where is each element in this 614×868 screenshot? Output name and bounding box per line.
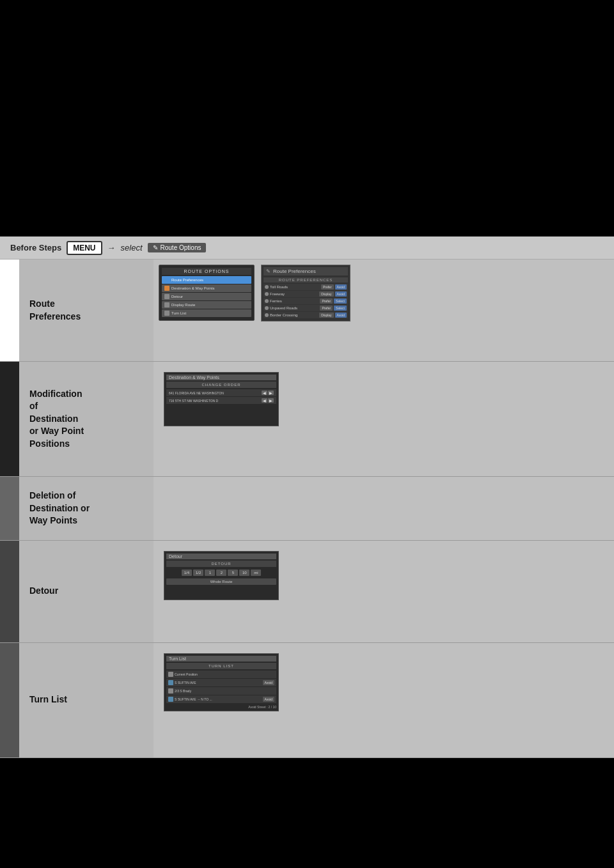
rp-icon-freeway <box>265 292 269 296</box>
rp-icon-ferries <box>265 299 269 303</box>
detour-whole-route-btn[interactable]: Whole Route <box>166 578 276 585</box>
rp-icon-unpaved <box>265 306 269 310</box>
co-header: CHANGE ORDER <box>166 382 276 388</box>
co-row-1-right-arrow[interactable]: ▶ <box>268 391 274 395</box>
tl-current-text: Current Position <box>175 672 260 676</box>
rp-freeway-display: Display <box>319 291 333 297</box>
co-row-1-text: 641 FLORIDA AVE NE WASHINGTON <box>169 391 224 395</box>
tl-row-current: Current Position <box>166 670 276 678</box>
deletion-section: Deletion ofDestination orWay Points <box>0 477 614 541</box>
co-row-1: 641 FLORIDA AVE NE WASHINGTON ◀ ▶ <box>166 389 276 396</box>
ro-label-3: Detour <box>171 295 183 298</box>
tl-footer-text: Avoid Street : 2 / 10 <box>248 705 276 709</box>
change-order-screen: Destination & Way Points CHANGE ORDER 64… <box>164 372 279 426</box>
ro-icon-1 <box>164 277 169 283</box>
tl-row-2-text: 2/3 S Brady <box>175 689 260 693</box>
detour-screen: Detour DETOUR 1/4 1/2 1 2 5 10 mi Whole … <box>164 551 279 600</box>
ro-icon-5 <box>164 311 169 316</box>
rp-unpaved-prefer: Prefer <box>320 306 333 311</box>
before-steps-label: Before Steps <box>10 243 61 252</box>
rp-freeway-avoid[interactable]: Avoid <box>335 291 347 297</box>
modification-section: ModificationofDestinationor Way PointPos… <box>0 362 614 477</box>
turn-list-label: Turn List <box>29 694 67 706</box>
detour-btn-1[interactable]: 1 <box>205 570 215 576</box>
modification-screenshot: Destination & Way Points CHANGE ORDER 64… <box>154 362 614 476</box>
rp-unpaved-label: Unpaved Roads <box>270 306 297 310</box>
rp-row-freeway: Freeway Display Avoid <box>264 291 348 297</box>
detour-btn-5[interactable]: 5 <box>228 570 238 576</box>
ro-item-dest-way: Destination & Way Points <box>162 284 251 292</box>
select-text: select <box>121 243 143 252</box>
rp-row-border: Border Crossing Display Avoid <box>264 312 348 318</box>
turn-list-screen: Turn List TURN LIST Current Position S S… <box>164 653 279 711</box>
left-deco-4 <box>0 541 19 642</box>
tl-row-1-text: S SUFTIN AVE <box>175 681 262 685</box>
tl-footer: Avoid Street : 2 / 10 <box>166 704 276 709</box>
co-row-2-right-arrow[interactable]: ▶ <box>268 398 274 403</box>
co-empty-space <box>166 405 276 424</box>
rp-row-ferries: Ferries Prefer Select <box>264 298 348 304</box>
rp-detail-title: Route Preferences <box>264 267 348 275</box>
route-preferences-label-area: RoutePreferences <box>19 260 154 361</box>
rp-ferries-select[interactable]: Select <box>334 298 347 304</box>
co-title: Destination & Way Points <box>166 375 276 380</box>
rp-row-toll: Toll Roads Prefer Avoid <box>264 284 348 290</box>
bottom-black-area <box>0 758 614 868</box>
rp-ferries-prefer: Prefer <box>320 298 333 304</box>
rp-toll-prefer: Prefer <box>321 284 334 290</box>
detour-padding <box>166 585 276 598</box>
detour-title-label: Detour <box>169 554 182 559</box>
tl-title-label: Turn List <box>169 656 186 661</box>
tl-row-2: 2/3 S Brady <box>166 687 276 695</box>
route-preferences-label: RoutePreferences <box>29 298 81 323</box>
rp-border-avoid[interactable]: Avoid <box>335 313 347 318</box>
detour-buttons-row: 1/4 1/2 1 2 5 10 mi <box>166 570 276 576</box>
turn-list-label-area: Turn List <box>19 643 154 757</box>
main-content: Before Steps MENU → select Route Options… <box>0 236 614 758</box>
rp-border-label: Border Crossing <box>270 313 297 317</box>
left-deco-5 <box>0 643 19 757</box>
before-steps-bar: Before Steps MENU → select Route Options <box>0 236 614 260</box>
deletion-label-area: Deletion ofDestination orWay Points <box>19 477 154 540</box>
detour-screenshot: Detour DETOUR 1/4 1/2 1 2 5 10 mi Whole … <box>154 541 614 642</box>
detour-btn-2[interactable]: 2 <box>216 570 226 576</box>
tl-row-1: S SUFTIN AVE Avoid <box>166 679 276 686</box>
top-black-area <box>0 0 614 236</box>
route-preferences-section: RoutePreferences ROUTE OPTIONS Route Pre… <box>0 260 614 362</box>
rp-toll-avoid[interactable]: Avoid <box>335 284 347 290</box>
route-options-screen: ROUTE OPTIONS Route Preferences Destinat… <box>159 265 255 321</box>
tl-icon-3 <box>168 697 173 702</box>
co-row-1-left-arrow[interactable]: ◀ <box>262 391 267 395</box>
rp-ferries-label: Ferries <box>270 299 282 303</box>
ro-icon-2 <box>164 286 169 291</box>
turn-list-screenshot: Turn List TURN LIST Current Position S S… <box>154 643 614 757</box>
deletion-label: Deletion ofDestination orWay Points <box>29 490 90 527</box>
co-row-2: 716 5TH ST NW WASHINGTON D ◀ ▶ <box>166 397 276 404</box>
deletion-screenshot <box>154 477 614 540</box>
route-pref-detail-screen: Route Preferences ROUTE PREFERENCES Toll… <box>261 265 350 322</box>
detour-btn-10[interactable]: 10 <box>239 570 249 576</box>
left-deco-gray-3 <box>0 477 19 540</box>
tl-row-1-avoid-btn[interactable]: Avoid <box>263 680 274 685</box>
detour-btn-quarter[interactable]: 1/4 <box>182 570 192 576</box>
detour-btn-mi: mi <box>251 570 261 576</box>
ro-icon-3 <box>164 294 169 299</box>
ro-item-display: Display Route <box>162 301 251 309</box>
ro-item-route-pref: Route Preferences <box>162 276 251 284</box>
ro-screen-header: ROUTE OPTIONS <box>162 268 251 275</box>
rp-unpaved-select[interactable]: Select <box>334 306 347 311</box>
co-row-2-left-arrow[interactable]: ◀ <box>262 398 267 403</box>
detour-section: Detour Detour DETOUR 1/4 1/2 1 2 5 10 mi… <box>0 541 614 643</box>
turn-list-section: Turn List Turn List TURN LIST Current Po… <box>0 643 614 758</box>
detour-title: Detour <box>166 554 276 559</box>
menu-button[interactable]: MENU <box>67 241 102 255</box>
detour-btn-half[interactable]: 1/2 <box>193 570 203 576</box>
route-preferences-screenshot: ROUTE OPTIONS Route Preferences Destinat… <box>154 260 614 361</box>
rp-freeway-label: Freeway <box>270 292 285 296</box>
rp-icon-toll <box>265 285 269 289</box>
tl-row-3-avoid-btn[interactable]: Avoid <box>263 697 274 702</box>
detour-label: Detour <box>29 585 58 598</box>
tl-row-3-text: S SUFTIN AVE → N TO ... <box>175 697 262 701</box>
modification-label-area: ModificationofDestinationor Way PointPos… <box>19 362 154 476</box>
tl-icon-1 <box>168 680 173 685</box>
